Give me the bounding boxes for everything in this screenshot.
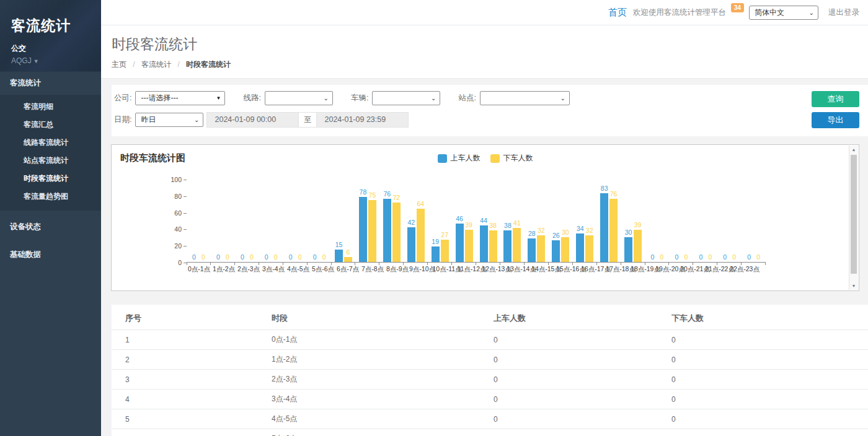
home-link[interactable]: 首页 bbox=[608, 7, 627, 19]
y-axis-label: 20 bbox=[158, 242, 182, 250]
chart-bar-group: 00 bbox=[645, 180, 670, 262]
chart-bar-group: 00 bbox=[259, 180, 283, 262]
bar-value-label: 15 bbox=[330, 241, 348, 248]
legend-item-alighting[interactable]: 下车人数 bbox=[490, 153, 533, 164]
chart-scrollbar[interactable]: ▲ ▼ bbox=[849, 146, 858, 290]
chart-bar-group: 7672 bbox=[379, 180, 404, 262]
sidebar-item-passenger-stats[interactable]: 客流统计 bbox=[0, 71, 101, 95]
bar-boarding bbox=[600, 193, 608, 262]
chart-bar-group: 7875 bbox=[355, 180, 379, 262]
sidebar-submenu-passenger-stats: 客流明细客流汇总线路客流统计站点客流统计时段客流统计客流量趋势图 bbox=[0, 95, 101, 211]
legend-swatch-boarding bbox=[438, 154, 447, 163]
date-preset-select[interactable]: 昨日 ⌄ bbox=[135, 113, 203, 127]
table-cell: 0 bbox=[494, 350, 671, 370]
line-select[interactable]: ⌄ bbox=[265, 91, 333, 105]
vehicle-select[interactable]: ⌄ bbox=[372, 91, 440, 105]
table-row: 54点-5点00 bbox=[112, 409, 868, 429]
table-cell: 0 bbox=[494, 370, 671, 390]
date-to-label: 至 bbox=[298, 112, 317, 128]
bar-value-label: 72 bbox=[388, 194, 405, 201]
x-axis-label: 0点-1点 bbox=[187, 265, 211, 274]
date-label: 日期: bbox=[114, 115, 131, 125]
bar-alighting bbox=[634, 230, 642, 262]
chart-bar-group: 4639 bbox=[452, 180, 476, 262]
sidebar-item-station-passenger-stats[interactable]: 站点客流统计 bbox=[0, 152, 101, 170]
bar-alighting bbox=[609, 199, 618, 262]
bar-value-label: 39 bbox=[629, 221, 647, 229]
sidebar-item-passenger-summary[interactable]: 客流汇总 bbox=[0, 116, 101, 134]
user-name: AQGJ bbox=[11, 56, 32, 65]
language-select[interactable]: 简体中文 ⌄ bbox=[749, 6, 818, 20]
table-cell: 4点-5点 bbox=[272, 409, 494, 429]
bar-value-label: 0 bbox=[316, 253, 333, 261]
dropdown-arrow-icon: ▼ bbox=[216, 92, 221, 105]
company-value: ---请选择--- bbox=[141, 94, 178, 102]
scroll-down-icon[interactable]: ▼ bbox=[849, 284, 858, 288]
x-axis-label: 12点-13点 bbox=[484, 265, 509, 274]
x-axis-label: 15点-16点 bbox=[559, 265, 583, 274]
content-area: 公司: ---请选择--- ▼ 线路: ⌄ 车辆: ⌄ 站点: bbox=[101, 79, 868, 436]
chart-bar-group: 3841 bbox=[500, 180, 525, 262]
chevron-down-icon: ⌄ bbox=[324, 92, 329, 105]
y-axis-label: 60 bbox=[158, 209, 182, 217]
page-title: 时段客流统计 bbox=[112, 35, 868, 54]
start-datetime-input[interactable]: 2024-01-09 00:00 bbox=[206, 112, 299, 128]
legend-label-boarding: 上车人数 bbox=[451, 153, 480, 164]
sidebar-item-base-data[interactable]: 基础数据 bbox=[0, 243, 101, 266]
legend-item-boarding[interactable]: 上车人数 bbox=[438, 153, 480, 164]
station-select[interactable]: ⌄ bbox=[480, 91, 570, 105]
export-button[interactable]: 导出 bbox=[812, 112, 859, 128]
table-cell: 0 bbox=[494, 409, 671, 429]
chart-bar-group: 00 bbox=[669, 180, 693, 262]
x-axis-label: 18点-19点 bbox=[633, 265, 658, 274]
table-cell: 0 bbox=[494, 330, 671, 350]
sidebar-item-passenger-trend-chart[interactable]: 客流量趋势图 bbox=[0, 188, 101, 206]
x-axis-label-text: 5点-6点 bbox=[312, 265, 334, 274]
filter-panel: 公司: ---请选择--- ▼ 线路: ⌄ 车辆: ⌄ 站点: bbox=[112, 85, 868, 136]
end-datetime-input[interactable]: 2024-01-09 23:59 bbox=[316, 112, 409, 128]
x-axis-label-text: 8点-9点 bbox=[386, 265, 409, 274]
breadcrumb-home[interactable]: 主页 bbox=[112, 60, 126, 69]
chart-bar-group: 4438 bbox=[476, 180, 500, 262]
breadcrumb: 主页 / 客流统计 / 时段客流统计 bbox=[112, 59, 868, 70]
table-cell: 5点-6点 bbox=[272, 429, 494, 436]
chart-title: 时段车流统计图 bbox=[120, 152, 185, 164]
notification-badge: 34 bbox=[731, 3, 744, 12]
breadcrumb-passenger-stats[interactable]: 客流统计 bbox=[141, 60, 171, 69]
query-button[interactable]: 查询 bbox=[812, 91, 859, 107]
scroll-up-icon[interactable]: ▲ bbox=[849, 147, 858, 152]
scrollbar-thumb[interactable] bbox=[851, 155, 857, 274]
user-menu[interactable]: AQGJ▼ bbox=[11, 56, 101, 65]
company-select[interactable]: ---请选择--- ▼ bbox=[135, 91, 225, 105]
x-axis-label: 14点-15点 bbox=[534, 265, 559, 274]
x-axis-label: 5点-6点 bbox=[311, 265, 335, 274]
x-axis-label-text: 0点-1点 bbox=[188, 265, 210, 274]
sidebar-item-line-passenger-stats[interactable]: 线路客流统计 bbox=[0, 134, 101, 152]
chart-bar-group: 2630 bbox=[549, 180, 573, 262]
chart-legend: 上车人数 下车人数 bbox=[438, 153, 533, 164]
chart-bar-group: 1927 bbox=[428, 180, 452, 262]
table-row: 21点-2点00 bbox=[112, 350, 868, 370]
bar-alighting bbox=[561, 237, 569, 262]
sidebar-item-passenger-detail[interactable]: 客流明细 bbox=[0, 98, 101, 116]
x-axis-label-text: 9点-10点 bbox=[409, 265, 435, 274]
chart-bar-group: 00 bbox=[211, 180, 235, 262]
sidebar-item-device-status[interactable]: 设备状态 bbox=[0, 216, 101, 238]
bar-alighting bbox=[417, 209, 425, 262]
sidebar-item-period-passenger-stats[interactable]: 时段客流统计 bbox=[0, 170, 101, 188]
x-axis-label: 17点-18点 bbox=[608, 265, 633, 274]
station-label: 站点: bbox=[458, 93, 476, 103]
bar-alighting bbox=[344, 257, 352, 262]
table-cell: 4 bbox=[112, 390, 272, 409]
chart-bar-group: 156 bbox=[332, 180, 356, 262]
app-title: 客流统计 bbox=[11, 16, 101, 35]
table-row: 43点-4点00 bbox=[112, 390, 868, 409]
chart-bar-group: 2832 bbox=[525, 180, 549, 262]
breadcrumb-current: 时段客流统计 bbox=[186, 60, 231, 69]
y-axis-label: 80 bbox=[158, 193, 182, 200]
bar-value-label: 0 bbox=[750, 253, 767, 261]
logout-link[interactable]: 退出登录 bbox=[828, 7, 859, 18]
x-axis-label-text: 4点-5点 bbox=[287, 265, 309, 274]
bar-alighting bbox=[489, 230, 497, 262]
page-heading: 时段客流统计 主页 / 客流统计 / 时段客流统计 bbox=[101, 25, 868, 79]
